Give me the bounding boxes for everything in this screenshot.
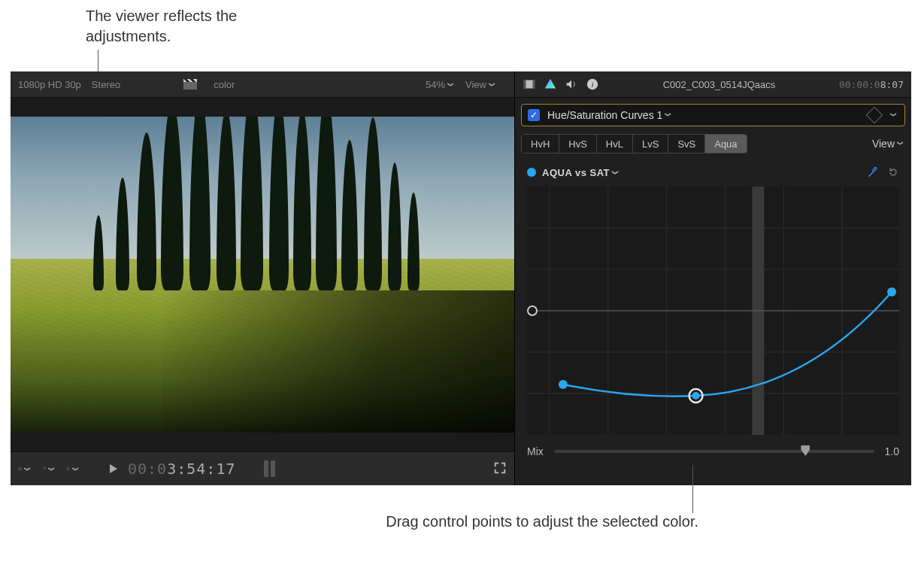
- effect-preset-dropdown[interactable]: [888, 109, 898, 121]
- svg-point-23: [692, 392, 700, 399]
- keyframe-icon[interactable]: [866, 107, 883, 124]
- annotation-bottom: Drag control points to adjust the select…: [383, 512, 698, 532]
- viewer-zoom-dropdown[interactable]: 54%: [426, 79, 455, 90]
- svg-point-20: [559, 380, 568, 389]
- viewer-clip-label: color: [183, 79, 245, 90]
- inspector-timecode: 00:00:08:07: [839, 79, 904, 90]
- mix-slider-row: Mix 1.0: [527, 445, 899, 457]
- svg-point-21: [887, 287, 896, 296]
- app-shell: 1080p HD 30p Stereo color 54% View: [11, 71, 911, 485]
- tab-hvh[interactable]: HvH: [522, 135, 559, 153]
- svg-rect-0: [19, 468, 22, 470]
- color-inspector-icon[interactable]: [544, 77, 557, 91]
- viewer-format: 1080p HD 30p: [18, 79, 81, 90]
- tab-aqua[interactable]: Aqua: [705, 135, 746, 153]
- viewer-clip-name: color: [214, 79, 235, 90]
- audio-meter: [264, 460, 275, 477]
- retime-dropdown[interactable]: [66, 462, 80, 475]
- viewer-timecode[interactable]: 00:03:54:17: [128, 460, 235, 478]
- tab-hvs[interactable]: HvS: [559, 135, 597, 153]
- mix-slider[interactable]: [554, 450, 874, 453]
- curve-canvas[interactable]: [527, 187, 899, 435]
- curve-segmented-control: HvH HvS HvL LvS SvS Aqua: [521, 134, 747, 153]
- eyedropper-icon[interactable]: [866, 166, 880, 179]
- inspector-pane: i C002_C003_0514JQaacs 00:00:08:07 Hue/S…: [515, 71, 911, 485]
- inspector-header: i C002_C003_0514JQaacs 00:00:08:07: [515, 71, 911, 98]
- inspector-clip-title: C002_C003_0514JQaacs: [663, 79, 776, 90]
- curve-color-dot: [527, 168, 536, 177]
- mix-slider-thumb[interactable]: [801, 445, 810, 456]
- tab-svs[interactable]: SvS: [668, 135, 705, 153]
- curve-title-dropdown[interactable]: AQUA vs SAT: [542, 167, 620, 178]
- tab-hvl[interactable]: HvL: [597, 135, 633, 153]
- curve-tabs: HvH HvS HvL LvS SvS Aqua View: [521, 134, 905, 153]
- viewer-canvas[interactable]: [11, 98, 514, 451]
- callout-line-bottom: [692, 465, 693, 513]
- annotation-top: The viewer reflects the adjustments.: [86, 6, 311, 47]
- viewer-pane: 1080p HD 30p Stereo color 54% View: [11, 71, 515, 485]
- mix-value: 1.0: [885, 445, 899, 457]
- mix-label: Mix: [527, 445, 544, 457]
- preview-image: [11, 117, 514, 433]
- effect-enabled-checkbox[interactable]: [528, 109, 540, 121]
- audio-inspector-icon[interactable]: [565, 77, 578, 91]
- fullscreen-button[interactable]: [493, 461, 507, 477]
- viewer-footer: 00:03:54:17: [11, 451, 514, 485]
- effect-name-dropdown[interactable]: Hue/Saturation Curves 1: [547, 109, 673, 121]
- curve-midline-handle[interactable]: [527, 305, 538, 316]
- video-inspector-icon[interactable]: [523, 77, 536, 91]
- transform-tool-dropdown[interactable]: [42, 462, 56, 475]
- svg-rect-4: [533, 81, 535, 89]
- play-button[interactable]: [110, 464, 117, 473]
- svg-rect-3: [524, 81, 526, 89]
- curve-view-dropdown[interactable]: View: [872, 138, 905, 150]
- clapperboard-icon: [183, 79, 197, 90]
- viewer-header: 1080p HD 30p Stereo color 54% View: [11, 71, 514, 98]
- viewer-audio: Stereo: [92, 79, 120, 90]
- svg-marker-5: [545, 79, 556, 89]
- info-inspector-icon[interactable]: i: [586, 77, 599, 91]
- effect-hue-saturation-row[interactable]: Hue/Saturation Curves 1: [521, 104, 905, 126]
- reset-curve-icon[interactable]: [887, 166, 899, 178]
- clip-appearance-dropdown[interactable]: [18, 462, 32, 475]
- tab-lvs[interactable]: LvS: [633, 135, 668, 153]
- curve-header: AQUA vs SAT: [527, 166, 899, 179]
- viewer-view-dropdown[interactable]: View: [465, 79, 496, 90]
